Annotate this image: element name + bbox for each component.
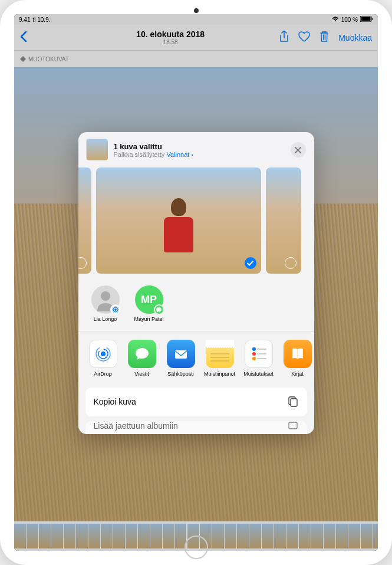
svg-rect-24 bbox=[289, 422, 297, 429]
svg-rect-14 bbox=[206, 340, 234, 347]
contact-name: Mayuri Patel bbox=[134, 316, 163, 323]
ipad-frame: 9.41 ti 10.9. 100 % 10. elokuuta 2018 18… bbox=[0, 0, 392, 565]
sheet-header: 1 kuva valittu Paikka sisällytetty Valin… bbox=[78, 132, 314, 167]
selection-indicator[interactable] bbox=[78, 257, 87, 269]
copy-icon bbox=[287, 395, 299, 409]
app-label: Kirjat bbox=[291, 371, 304, 377]
camera bbox=[194, 8, 199, 13]
app-reminders[interactable]: Muistutukset bbox=[241, 340, 276, 377]
close-button[interactable] bbox=[291, 142, 306, 157]
svg-point-3 bbox=[101, 291, 110, 301]
action-label: Lisää jaettuun albumiin bbox=[94, 421, 178, 431]
app-mail[interactable]: Sähköposti bbox=[163, 340, 199, 377]
selection-indicator[interactable] bbox=[285, 257, 297, 269]
svg-point-18 bbox=[252, 357, 256, 360]
options-link[interactable]: Valinnat › bbox=[166, 151, 193, 158]
preview-photo-next[interactable] bbox=[266, 167, 301, 274]
apps-row: AirDrop Viestit Sähköposti bbox=[78, 331, 314, 382]
app-label: AirDrop bbox=[94, 371, 112, 377]
sheet-thumbnail bbox=[87, 139, 108, 160]
app-notes[interactable]: Muistiinpanot bbox=[202, 340, 238, 377]
app-label: Viestit bbox=[134, 371, 149, 377]
preview-photo-prev[interactable] bbox=[78, 167, 91, 274]
svg-rect-10 bbox=[175, 350, 187, 359]
app-airdrop[interactable]: AirDrop bbox=[85, 340, 121, 377]
action-add-to-shared-album[interactable]: Lisää jaettuun albumiin bbox=[85, 421, 307, 434]
sheet-subtitle: Paikka sisällytetty Valinnat › bbox=[114, 151, 285, 158]
actions-list: Kopioi kuva Lisää jaettuun albumiin bbox=[78, 382, 314, 434]
action-label: Kopioi kuva bbox=[94, 397, 136, 406]
sheet-title: 1 kuva valittu bbox=[114, 142, 285, 151]
svg-rect-23 bbox=[291, 399, 297, 406]
svg-point-7 bbox=[101, 352, 106, 356]
svg-point-4 bbox=[114, 308, 117, 311]
mail-icon bbox=[167, 340, 195, 368]
contact-name: Lia Longo bbox=[94, 316, 117, 323]
notes-icon bbox=[206, 340, 234, 368]
app-label: Muistutukset bbox=[243, 371, 274, 377]
album-icon bbox=[287, 421, 299, 433]
contact-lia-longo[interactable]: Lia Longo bbox=[89, 285, 122, 323]
svg-point-16 bbox=[252, 347, 256, 351]
app-messages[interactable]: Viestit bbox=[124, 340, 160, 377]
books-icon bbox=[284, 340, 312, 368]
contact-mayuri-patel[interactable]: MP Mayuri Patel bbox=[133, 285, 166, 323]
selection-check-icon[interactable] bbox=[245, 257, 256, 269]
preview-photo-selected[interactable] bbox=[96, 167, 261, 274]
contacts-row: Lia Longo MP Mayuri Patel bbox=[78, 282, 314, 331]
app-label: Sähköposti bbox=[167, 371, 194, 377]
app-books[interactable]: Kirjat bbox=[280, 340, 314, 377]
preview-row bbox=[78, 167, 314, 282]
screen: 9.41 ti 10.9. 100 % 10. elokuuta 2018 18… bbox=[14, 14, 378, 551]
svg-point-17 bbox=[252, 352, 256, 356]
messages-badge-icon bbox=[154, 304, 164, 315]
app-label: Muistiinpanot bbox=[204, 371, 235, 377]
action-copy-photo[interactable]: Kopioi kuva bbox=[85, 387, 307, 416]
home-button[interactable] bbox=[185, 536, 208, 559]
airdrop-icon bbox=[89, 340, 117, 368]
airdrop-badge-icon bbox=[110, 304, 121, 315]
reminders-icon bbox=[245, 340, 273, 368]
messages-icon bbox=[128, 340, 156, 368]
share-sheet: 1 kuva valittu Paikka sisällytetty Valin… bbox=[78, 132, 314, 434]
